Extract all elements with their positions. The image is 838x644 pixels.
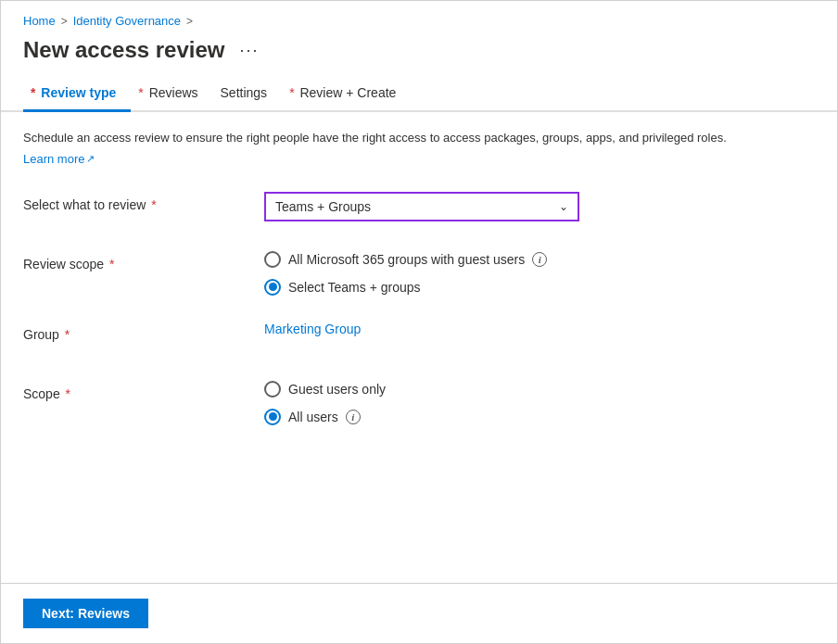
review-scope-label: Review scope * (23, 251, 264, 271)
page-title-row: New access review ··· (1, 33, 837, 78)
scope-row: Scope * Guest users only (23, 381, 815, 425)
tab-review-create-star: * (289, 85, 294, 100)
group-link[interactable]: Marketing Group (264, 322, 361, 336)
main-window: Home > Identity Governance > New access … (0, 0, 838, 644)
group-control: Marketing Group (264, 322, 815, 336)
select-what-row: Select what to review * Teams + Groups ⌄ (23, 192, 815, 225)
radio-select-teams-label: Select Teams + groups (288, 280, 421, 295)
content-area: Schedule an access review to ensure the … (1, 112, 837, 474)
next-reviews-button[interactable]: Next: Reviews (23, 599, 148, 628)
scope-star: * (62, 386, 70, 401)
review-scope-control: All Microsoft 365 groups with guest user… (264, 251, 815, 296)
tab-settings[interactable]: Settings (213, 78, 283, 112)
breadcrumb-home[interactable]: Home (23, 14, 56, 28)
radio-guest-users-input[interactable] (264, 381, 281, 398)
tab-review-create-label: Review + Create (299, 85, 396, 100)
learn-more-label: Learn more (23, 152, 84, 166)
tab-review-type-star: * (31, 85, 35, 100)
radio-all-m365-input[interactable] (264, 251, 281, 268)
learn-more-link[interactable]: Learn more↗ (23, 152, 95, 166)
breadcrumb-sep-2: > (186, 15, 193, 28)
footer: Next: Reviews (1, 583, 837, 643)
review-scope-star: * (106, 257, 114, 271)
ellipsis-button[interactable]: ··· (235, 39, 265, 62)
breadcrumb: Home > Identity Governance > (1, 1, 837, 33)
scope-label: Scope * (23, 381, 264, 401)
main-content: Home > Identity Governance > New access … (1, 1, 837, 583)
chevron-down-icon: ⌄ (559, 200, 568, 213)
group-label: Group * (23, 322, 264, 342)
select-what-dropdown[interactable]: Teams + Groups ⌄ (264, 192, 579, 221)
radio-select-teams-input[interactable] (264, 279, 281, 296)
learn-more-icon: ↗ (86, 153, 95, 165)
review-scope-row: Review scope * All Microsoft 365 groups … (23, 251, 815, 296)
radio-all-users-label: All users (288, 410, 338, 424)
tabs-row: * Review type * Reviews Settings * Revie… (1, 78, 837, 112)
radio-all-m365[interactable]: All Microsoft 365 groups with guest user… (264, 251, 815, 268)
info-icon-all-users[interactable]: i (346, 410, 361, 424)
radio-guest-users[interactable]: Guest users only (264, 381, 815, 398)
group-star: * (61, 327, 70, 342)
description-text: Schedule an access review to ensure the … (23, 129, 815, 147)
breadcrumb-sep-1: > (61, 15, 68, 28)
tab-reviews[interactable]: * Reviews (131, 78, 212, 112)
tab-review-create[interactable]: * Review + Create (282, 78, 411, 112)
radio-all-users-input[interactable] (264, 409, 281, 425)
select-what-value: Teams + Groups (275, 199, 371, 214)
radio-select-teams[interactable]: Select Teams + groups (264, 279, 815, 296)
tab-reviews-label: Reviews (149, 85, 198, 100)
select-what-label: Select what to review * (23, 192, 264, 212)
tab-settings-label: Settings (221, 85, 268, 100)
radio-all-users[interactable]: All users i (264, 409, 815, 425)
scope-control: Guest users only All users i (264, 381, 815, 425)
group-row: Group * Marketing Group (23, 322, 815, 355)
tab-review-type-label: Review type (41, 85, 116, 100)
select-what-control: Teams + Groups ⌄ (264, 192, 815, 221)
radio-all-m365-label: All Microsoft 365 groups with guest user… (288, 252, 525, 267)
select-what-star: * (147, 197, 156, 212)
form-section: Select what to review * Teams + Groups ⌄… (23, 192, 815, 425)
info-icon-m365[interactable]: i (532, 252, 547, 267)
radio-guest-users-label: Guest users only (288, 382, 386, 397)
review-scope-radio-group: All Microsoft 365 groups with guest user… (264, 251, 815, 296)
page-title: New access review (23, 37, 225, 63)
tab-reviews-star: * (138, 85, 143, 100)
tab-review-type[interactable]: * Review type (23, 78, 131, 112)
scope-radio-group: Guest users only All users i (264, 381, 815, 425)
breadcrumb-identity-governance[interactable]: Identity Governance (73, 14, 181, 28)
